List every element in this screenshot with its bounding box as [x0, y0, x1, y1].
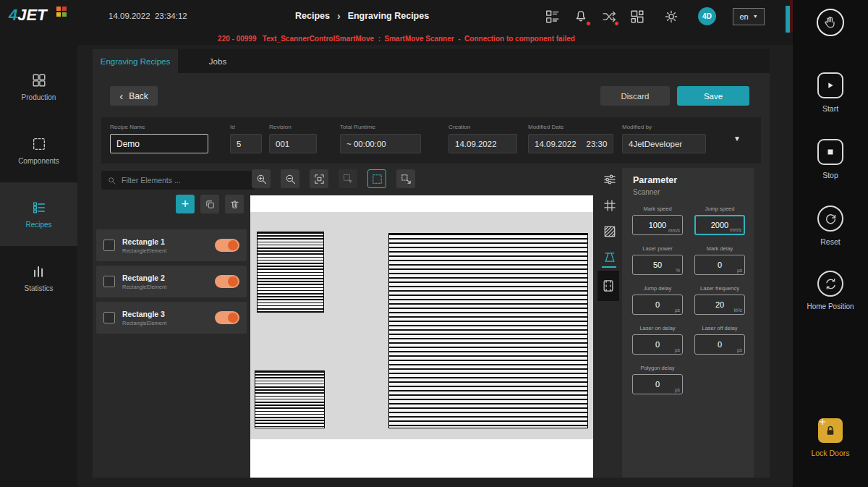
- reset-button[interactable]: Reset: [793, 206, 868, 246]
- stop-icon: [817, 139, 843, 165]
- duplicate-element-button[interactable]: [200, 195, 219, 213]
- element-checkbox[interactable]: [103, 312, 115, 323]
- manual-mode-button[interactable]: [817, 9, 844, 36]
- start-button[interactable]: Start: [793, 72, 868, 113]
- param-field-jump-speed: Jump speed 2000 mm/s: [694, 206, 745, 245]
- statistics-icon: [31, 263, 47, 279]
- filter-elements-input[interactable]: [122, 176, 249, 185]
- layout-icon[interactable]: [629, 8, 646, 25]
- top-bar: 4JET 14.09.2022 23:34:12 Recipes › Engra…: [0, 0, 793, 33]
- marquee-select-icon: [371, 173, 383, 185]
- recipe-runtime-value: ~ 00:00:00: [340, 134, 421, 153]
- toggle-knob: [228, 240, 238, 250]
- param-input-laser-on-delay[interactable]: 0 µs: [632, 334, 683, 355]
- play-icon: [817, 72, 843, 98]
- param-field-jump-delay: Jump delay 0 µs: [632, 285, 683, 325]
- logo-pixel-red: [62, 7, 67, 11]
- param-input-jump-speed[interactable]: 2000 mm/s: [694, 215, 745, 235]
- discard-button[interactable]: Discard: [600, 86, 670, 106]
- save-button[interactable]: Save: [677, 86, 749, 106]
- parameter-panel-subtitle: Scanner: [633, 188, 660, 196]
- recipe-name-input[interactable]: [110, 134, 208, 153]
- language-select[interactable]: en ▼: [733, 8, 765, 25]
- element-list-item-rectangle-1[interactable]: Rectangle 1 RectangleElement: [96, 229, 247, 261]
- error-bar: 220 - 00999 Text_ScannerControlSmartMove…: [0, 33, 793, 45]
- grid-tool[interactable]: [601, 197, 618, 214]
- sidebar-item-statistics[interactable]: Statistics: [0, 246, 77, 310]
- filter-elements-box: [101, 171, 255, 190]
- engraving-canvas[interactable]: [250, 195, 593, 478]
- hatch-icon: [603, 224, 617, 239]
- element-list-item-rectangle-2[interactable]: Rectangle 2 RectangleElement: [96, 266, 247, 297]
- param-input-jump-delay[interactable]: 0 µs: [632, 295, 683, 315]
- datetime: 14.09.2022 23:34:12: [109, 12, 187, 20]
- transform-select-icon: [400, 173, 412, 185]
- scanner-tool[interactable]: [601, 249, 618, 266]
- transform-select-button[interactable]: [396, 169, 415, 188]
- logo-pixel-orange: [56, 7, 61, 11]
- hatch-fill-tool[interactable]: [601, 223, 618, 240]
- recipe-modified-by-field: Modified by 4JetDeveloper: [622, 124, 706, 153]
- zoom-in-button[interactable]: [252, 169, 271, 188]
- canvas-rectangle-3[interactable]: [255, 370, 325, 428]
- param-input-laser-off-delay[interactable]: 0 µs: [694, 334, 745, 355]
- breadcrumb-parent[interactable]: Recipes: [295, 11, 330, 21]
- lock-doors-button[interactable]: Lock Doors: [793, 418, 868, 457]
- delete-element-button[interactable]: [225, 195, 244, 213]
- param-input-mark-delay[interactable]: 0 µs: [694, 255, 745, 275]
- toggle-knob: [228, 313, 238, 323]
- zoom-out-button[interactable]: [281, 169, 299, 188]
- connections-icon[interactable]: [600, 8, 618, 25]
- breadcrumb-separator-icon: ›: [337, 10, 341, 22]
- user-badge[interactable]: 4D: [698, 7, 716, 25]
- machine-control-panel: Start Stop Reset Home Position: [793, 0, 868, 487]
- trash-icon: [229, 199, 240, 210]
- element-enabled-toggle[interactable]: [215, 239, 239, 252]
- sidebar-item-production[interactable]: Production: [0, 55, 77, 119]
- production-icon: [31, 72, 47, 88]
- expand-form-caret[interactable]: ▼: [733, 135, 741, 143]
- canvas-rectangle-1[interactable]: [257, 232, 324, 313]
- param-input-laser-frequency[interactable]: 20 kHz: [694, 295, 745, 315]
- param-input-mark-speed[interactable]: 1000 mm/s: [632, 215, 683, 235]
- topbar-icons: 4D en ▼: [544, 7, 765, 25]
- recipe-meta-form: Recipe Name Id 5 Revision 001 Total Runt…: [101, 117, 761, 164]
- element-checkbox[interactable]: [103, 276, 115, 287]
- pointer-select-button[interactable]: [339, 169, 357, 188]
- recipes-icon: [31, 200, 47, 216]
- reset-icon: [817, 206, 843, 232]
- param-input-polygon-delay[interactable]: 0 µs: [632, 374, 683, 394]
- stop-button[interactable]: Stop: [793, 139, 868, 179]
- grid-icon: [603, 198, 617, 213]
- breadcrumb-current: Engraving Recipes: [348, 11, 430, 21]
- zoom-in-icon: [255, 173, 268, 185]
- element-enabled-toggle[interactable]: [215, 275, 239, 288]
- recipe-list-icon[interactable]: [544, 8, 561, 25]
- search-icon: [107, 176, 116, 185]
- chevron-left-icon: ‹: [119, 90, 123, 101]
- element-list-item-rectangle-3[interactable]: Rectangle 3 RectangleElement: [96, 302, 247, 334]
- tab-jobs[interactable]: Jobs: [178, 49, 258, 73]
- pointer-select-icon: [342, 173, 354, 185]
- back-button[interactable]: ‹ Back: [110, 86, 158, 106]
- error-message: 220 - 00999 Text_ScannerControlSmartMove…: [218, 35, 575, 43]
- app-root: 4JET 14.09.2022 23:34:12 Recipes › Engra…: [0, 0, 868, 487]
- home-position-button[interactable]: Home Position: [793, 271, 868, 310]
- fit-view-button[interactable]: [310, 169, 328, 188]
- canvas-rectangle-2[interactable]: [388, 233, 588, 428]
- element-enabled-toggle[interactable]: [215, 311, 239, 324]
- hand-icon: [822, 14, 838, 30]
- param-input-laser-power[interactable]: 50 %: [632, 255, 683, 275]
- element-checkbox[interactable]: [103, 240, 115, 251]
- sidebar-item-components[interactable]: Components: [0, 119, 77, 182]
- settings-gear-icon[interactable]: [663, 8, 680, 25]
- tab-engraving-recipes[interactable]: Engraving Recipes: [93, 49, 178, 73]
- sidebar-item-recipes[interactable]: Recipes: [0, 182, 77, 246]
- toggle-knob: [228, 276, 238, 287]
- add-element-button[interactable]: +: [176, 195, 195, 213]
- alarm-icon[interactable]: [572, 8, 590, 25]
- mask-tool[interactable]: [597, 271, 619, 301]
- marquee-select-button[interactable]: [367, 169, 386, 188]
- parameter-sliders-tool[interactable]: [601, 171, 618, 188]
- scanner-tool-active-indicator: [602, 266, 616, 268]
